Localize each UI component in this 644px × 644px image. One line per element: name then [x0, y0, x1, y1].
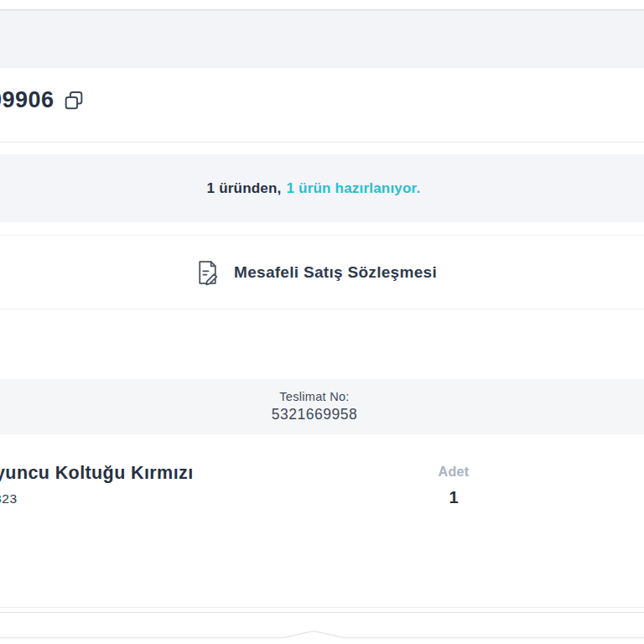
status-banner: 1 üründen, 1 ürün hazırlanıyor. — [0, 154, 644, 222]
quantity-column: Adet 1 — [401, 465, 506, 507]
status-banner-count: 1 üründen, — [207, 180, 282, 197]
delivery-info-band: Teslimat No: 5321669958 — [0, 379, 644, 434]
contract-link-label: Mesafeli Satış Sözleşmesi — [234, 263, 437, 282]
contract-document-icon — [194, 258, 221, 288]
next-card-top-edge — [0, 612, 644, 613]
order-number: 99906 — [0, 87, 55, 113]
section-divider — [0, 309, 644, 309]
quantity-header: Adet — [401, 465, 506, 480]
copy-order-number-button[interactable] — [60, 87, 87, 114]
contract-link[interactable]: Mesafeli Satış Sözleşmesi — [0, 245, 644, 300]
product-code: 823 — [0, 491, 18, 506]
status-banner-status: 1 ürün hazırlanıyor. — [287, 180, 421, 197]
card-bottom-edge — [0, 607, 644, 608]
section-divider — [0, 235, 644, 236]
copy-icon — [62, 89, 86, 112]
order-detail-page: 99906 1 üründen, 1 ürün hazırlanıyor. Me… — [0, 0, 644, 644]
delivery-number-value: 5321669958 — [272, 406, 357, 423]
product-title: yuncu Koltuğu Kırmızı — [0, 463, 194, 484]
order-summary-band — [0, 11, 644, 68]
caret-notch-divider — [0, 629, 644, 641]
quantity-value: 1 — [401, 488, 506, 507]
section-divider — [0, 142, 644, 143]
delivery-number-label: Teslimat No: — [279, 390, 349, 403]
